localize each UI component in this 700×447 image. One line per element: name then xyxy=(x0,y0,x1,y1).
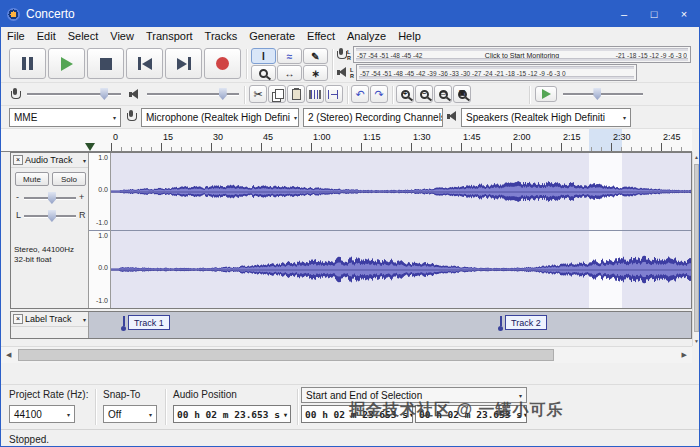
audio-position-field[interactable]: 00 h 02 m 23.653 s▾ xyxy=(173,405,291,423)
label-marker-icon[interactable] xyxy=(121,326,126,331)
timeshift-icon: ↔ xyxy=(285,68,295,79)
playback-volume-thumb[interactable] xyxy=(219,88,227,100)
label-text[interactable]: Track 2 xyxy=(505,315,547,330)
menu-view[interactable]: View xyxy=(104,27,140,45)
menu-effect[interactable]: Effect xyxy=(301,27,341,45)
copy-button[interactable] xyxy=(268,85,286,103)
undo-button[interactable]: ↶ xyxy=(351,85,369,103)
audio-host-select[interactable]: MME▾ xyxy=(9,108,121,127)
skip-to-end-button[interactable] xyxy=(165,48,202,79)
vertical-scrollbar[interactable]: ▲ ▼ xyxy=(692,152,700,346)
scroll-up-icon[interactable]: ▲ xyxy=(694,154,699,160)
menu-select[interactable]: Select xyxy=(62,27,105,45)
track-menu-arrow-icon[interactable]: ▾ xyxy=(83,316,86,323)
menu-help[interactable]: Help xyxy=(392,27,427,45)
scale-value: -1.0 xyxy=(96,297,108,304)
menu-edit[interactable]: Edit xyxy=(31,27,62,45)
pause-icon xyxy=(22,57,33,70)
recording-volume-slider[interactable] xyxy=(27,88,121,100)
toolbar-separator xyxy=(347,86,348,104)
selection-end-field[interactable]: 00 h 02 m 23.653 s▾ xyxy=(415,405,527,423)
playback-meter[interactable]: L R -57 -54 -51 -48 -45 -42 -39 -36 -33 … xyxy=(337,64,637,81)
toolbar-separator xyxy=(244,86,245,104)
menu-tracks[interactable]: Tracks xyxy=(199,27,244,45)
menu-file[interactable]: File xyxy=(1,27,31,45)
project-rate-select[interactable]: 44100▾ xyxy=(9,405,75,423)
menu-transport[interactable]: Transport xyxy=(140,27,199,45)
playback-volume-slider[interactable] xyxy=(147,88,239,100)
track-menu-arrow-icon[interactable]: ▾ xyxy=(83,157,86,164)
vertical-scroll-thumb[interactable] xyxy=(694,164,699,332)
play-button[interactable] xyxy=(48,48,85,79)
scroll-down-icon[interactable]: ▼ xyxy=(694,338,699,344)
paste-button[interactable] xyxy=(287,85,305,103)
zoom-out-button[interactable]: − xyxy=(415,85,433,103)
menu-analyze[interactable]: Analyze xyxy=(341,27,392,45)
waveform-area[interactable] xyxy=(111,153,691,308)
minimize-button[interactable]: – xyxy=(609,1,639,27)
playback-device-select[interactable]: Speakers (Realtek High Definiti▾ xyxy=(461,108,631,127)
recording-meter-body[interactable]: -57 -54 -51 -48 -45 -42 -21 -18 -15 -12 … xyxy=(353,46,691,63)
zoom-tool-button[interactable] xyxy=(251,65,276,81)
draw-tool-button[interactable]: ✎ xyxy=(303,48,328,64)
timeline-ruler[interactable]: 0 15 30 45 1:00 1:15 1:30 1:45 2:00 2:15… xyxy=(1,129,692,152)
horizontal-scroll-thumb[interactable] xyxy=(18,349,554,361)
silence-audio-button[interactable] xyxy=(325,85,343,103)
label-track-control-panel[interactable]: × Label Track ▾ xyxy=(11,312,89,338)
waveform-right-channel[interactable] xyxy=(111,231,691,308)
label-text[interactable]: Track 1 xyxy=(128,315,170,330)
recording-volume-thumb[interactable] xyxy=(100,88,108,100)
close-track-button[interactable]: × xyxy=(13,314,23,324)
close-button[interactable]: × xyxy=(669,1,699,27)
pan-slider[interactable] xyxy=(24,210,76,222)
playback-meter-body[interactable]: -57 -54 -51 -48 -45 -42 -39 -36 -33 -30 … xyxy=(356,64,637,81)
cut-button[interactable]: ✂ xyxy=(249,85,267,103)
track-title[interactable]: Audio Track xyxy=(25,155,73,165)
snap-to-select[interactable]: Off▾ xyxy=(103,405,157,423)
pause-button[interactable] xyxy=(9,48,46,79)
selection-start-field[interactable]: 00 h 02 m 23.653 s▾ xyxy=(301,405,413,423)
pan-thumb[interactable] xyxy=(48,210,56,222)
solo-button[interactable]: Solo xyxy=(52,172,86,186)
stop-button[interactable] xyxy=(87,48,124,79)
menu-generate[interactable]: Generate xyxy=(243,27,301,45)
skip-to-start-button[interactable] xyxy=(126,48,163,79)
waveform-left-channel[interactable] xyxy=(111,153,691,230)
scroll-right-icon[interactable]: ▶ xyxy=(682,351,687,359)
play-at-speed-button[interactable] xyxy=(535,86,557,102)
recording-meter[interactable]: L R -57 -54 -51 -48 -45 -42 -21 -18 -15 … xyxy=(337,46,691,63)
selection-tool-button[interactable]: I xyxy=(251,48,276,64)
recording-device-select[interactable]: Microphone (Realtek High Defini▾ xyxy=(141,108,299,127)
trim-audio-button[interactable] xyxy=(306,85,324,103)
gain-thumb[interactable] xyxy=(48,192,56,204)
recording-channels-select[interactable]: 2 (Stereo) Recording Channels▾ xyxy=(303,108,443,127)
redo-button[interactable]: ↷ xyxy=(370,85,388,103)
gain-slider[interactable] xyxy=(24,192,76,204)
play-speed-slider[interactable] xyxy=(563,88,643,100)
scroll-left-icon[interactable]: ◀ xyxy=(6,351,11,359)
mute-button[interactable]: Mute xyxy=(15,172,49,186)
horizontal-scrollbar[interactable]: ◀ ▶ xyxy=(1,346,692,363)
zoom-selection-icon: ▭ xyxy=(439,90,448,99)
selection-mode-select[interactable]: Start and End of Selection▾ xyxy=(301,387,527,403)
track-control-panel[interactable]: × Audio Track ▾ Mute Solo - + L R Stereo… xyxy=(11,153,89,308)
label-marker-icon[interactable] xyxy=(498,326,503,331)
title-bar[interactable]: Concerto – □ × xyxy=(1,1,699,27)
label-lane[interactable]: Track 1 Track 2 xyxy=(89,312,691,338)
envelope-tool-button[interactable]: ≈ xyxy=(277,48,302,64)
timeshift-tool-button[interactable]: ↔ xyxy=(277,65,302,81)
close-track-button[interactable]: × xyxy=(13,155,23,165)
fit-project-button[interactable]: ▣ xyxy=(453,85,471,103)
zoom-in-button[interactable]: + xyxy=(396,85,414,103)
multi-tool-button[interactable]: ∗ xyxy=(303,65,328,81)
record-icon xyxy=(216,57,229,70)
playhead-pin-icon[interactable] xyxy=(85,143,95,151)
scale-value: 1.0 xyxy=(98,154,108,161)
record-button[interactable] xyxy=(204,48,241,79)
maximize-button[interactable]: □ xyxy=(639,1,669,27)
snap-to-value: Off xyxy=(108,409,121,420)
fit-selection-button[interactable]: ▭ xyxy=(434,85,452,103)
play-speed-thumb[interactable] xyxy=(593,88,601,100)
label-track-title[interactable]: Label Track xyxy=(25,314,72,324)
time-label: 2:00 xyxy=(513,132,531,142)
